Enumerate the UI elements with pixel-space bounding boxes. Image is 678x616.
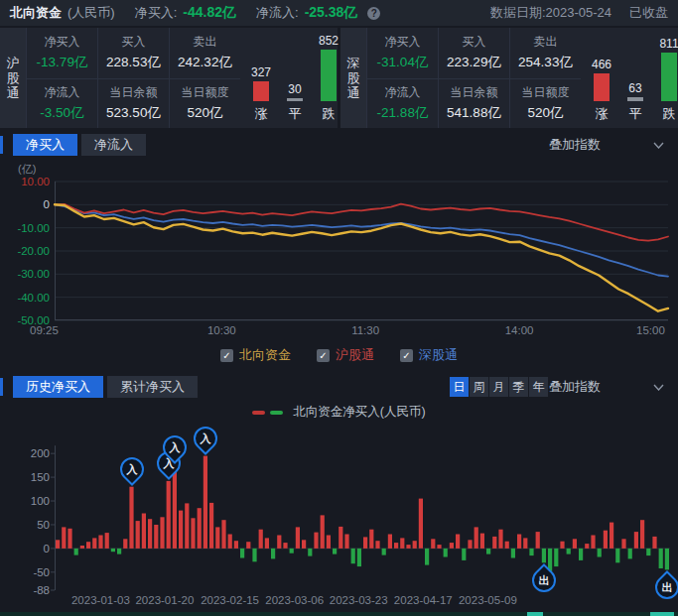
y-tick-label: 200 [4, 447, 50, 459]
y-tick-label: 10.00 [4, 176, 50, 187]
value-cell: 净买入-13.79亿 [26, 28, 97, 78]
bar-chart-legend[interactable]: 北向资金净买入(人民币) [0, 404, 678, 421]
y-tick-label: 50 [4, 519, 50, 531]
breadth-count: 63 [628, 81, 641, 95]
breadth-label: 平 [618, 105, 652, 123]
y-tick-label: -10.00 [4, 222, 50, 234]
value-label: 买入 [122, 34, 146, 51]
breadth-bar [253, 81, 269, 101]
checkbox-checked-icon[interactable]: ✓ [317, 349, 330, 362]
breadth-column-涨: 466涨 [585, 28, 618, 123]
value-number: -13.79亿 [37, 54, 88, 71]
value-number: 242.32亿 [178, 54, 232, 71]
checkbox-checked-icon[interactable]: ✓ [400, 349, 413, 362]
period-button-日[interactable]: 日 [450, 377, 469, 397]
legend-item-沪股通[interactable]: ✓沪股通 [317, 346, 374, 364]
value-cell: 净买入-31.04亿 [366, 28, 438, 78]
currency-note: (人民币) [68, 4, 115, 22]
breadth-column-跌: 852跌 [312, 28, 345, 123]
breadth-count: 852 [319, 34, 339, 48]
net-buy-label: 净买入: [135, 4, 178, 22]
x-tick-label: 15:00 [636, 324, 665, 336]
legend-label: 北向资金 [239, 346, 291, 364]
breadth-bar [594, 73, 610, 101]
value-number: -3.50亿 [40, 104, 83, 122]
value-label: 当日额度 [522, 84, 570, 101]
y-tick-label: -40.00 [4, 292, 50, 304]
breadth-bar [321, 50, 337, 101]
breadth-count: 30 [288, 82, 301, 96]
header: 北向资金 (人民币) 净买入: -44.82亿 净流入: -25.38亿 ? 数… [0, 0, 678, 26]
value-number: 520亿 [187, 104, 222, 122]
tab-净买入[interactable]: 净买入 [13, 134, 77, 156]
period-button-周[interactable]: 周 [470, 377, 488, 397]
legend-item-深股通[interactable]: ✓深股通 [400, 346, 458, 364]
data-date: 数据日期:2023-05-24 [490, 4, 611, 22]
chevron-down-icon [653, 384, 664, 391]
history-tab-row: 历史净买入累计净买入 日周月季年 叠加指数 [0, 374, 678, 400]
overlay-index-dropdown-2[interactable]: 叠加指数 [496, 376, 670, 398]
net-inflow-value: -25.38亿 [305, 4, 358, 22]
panel-values-grid: 净买入-13.79亿买入228.53亿卖出242.32亿净流入-3.50亿当日余… [26, 28, 240, 128]
breadth-column-平: 30平 [278, 28, 312, 123]
breadth-label: 跌 [312, 105, 345, 123]
value-number: 523.50亿 [106, 104, 161, 122]
breadth-count: 466 [592, 58, 611, 71]
question-mark-icon[interactable]: ? [367, 7, 380, 20]
value-cell: 净流入-21.88亿 [366, 78, 438, 129]
time-range-strip[interactable] [0, 612, 678, 616]
section-accent [0, 136, 3, 154]
value-label: 卖出 [194, 34, 217, 51]
value-number: 228.53亿 [106, 54, 161, 71]
northbound-funds-app: 北向资金 (人民币) 净买入: -44.82亿 净流入: -25.38亿 ? 数… [0, 0, 678, 616]
line-chart-legend: ✓北向资金✓沪股通✓深股通 [0, 346, 678, 364]
value-number: -21.88亿 [377, 104, 429, 122]
green-dash-icon [270, 411, 283, 415]
range-mark [650, 612, 674, 616]
value-cell: 净流入-3.50亿 [26, 78, 97, 129]
chevron-down-icon [653, 142, 664, 149]
y-tick-label: -50 [4, 566, 50, 578]
value-number: -31.04亿 [377, 54, 429, 71]
pin-glyph: 入 [196, 429, 215, 448]
pin-glyph: 出 [657, 577, 677, 597]
x-tick-label: 09:25 [30, 324, 59, 336]
tab-累计净买入[interactable]: 累计净买入 [107, 376, 198, 398]
line-chart-plot[interactable] [55, 182, 668, 320]
market-panel-沪股通: 沪股通净买入-13.79亿买入228.53亿卖出242.32亿净流入-3.50亿… [0, 28, 338, 128]
breadth-bar [627, 97, 643, 101]
value-label: 当日余额 [451, 84, 498, 101]
panel-values-grid: 净买入-31.04亿买入223.29亿卖出254.33亿净流入-21.88亿当日… [366, 28, 581, 128]
breadth-column-跌: 811跌 [652, 28, 678, 123]
history-tabs: 历史净买入累计净买入 [13, 376, 198, 398]
tab-历史净买入[interactable]: 历史净买入 [13, 376, 103, 398]
flow-tabs: 净买入净流入 [13, 134, 146, 156]
line-chart-unit: (亿) [18, 162, 36, 177]
pin-glyph: 出 [534, 570, 554, 590]
pin-glyph: 入 [165, 437, 185, 457]
tab-净流入[interactable]: 净流入 [81, 134, 146, 156]
value-label: 买入 [463, 34, 486, 51]
x-tick-label: 2023-04-17 [394, 594, 453, 606]
value-label: 当日余额 [110, 84, 158, 101]
breadth-count: 811 [659, 37, 678, 51]
section-accent [0, 378, 3, 396]
value-label: 净流入 [45, 84, 80, 101]
red-dash-icon [252, 411, 265, 415]
value-label: 当日额度 [182, 84, 229, 101]
checkbox-checked-icon[interactable]: ✓ [220, 349, 233, 362]
net-inflow-label: 净流入: [256, 4, 299, 22]
flow-tab-row: 净买入净流入 叠加指数 [0, 132, 678, 158]
legend-item-北向资金[interactable]: ✓北向资金 [220, 346, 291, 364]
x-tick-label: 14:00 [505, 324, 534, 336]
breadth-mini-chart: 327涨30平852跌 [240, 28, 338, 128]
legend-label: 沪股通 [336, 346, 374, 364]
x-tick-label: 2023-01-03 [71, 594, 130, 606]
y-tick-label: 0 [4, 543, 50, 554]
range-mark [527, 612, 543, 616]
bar-chart-plot[interactable]: 入入入入出出 [55, 446, 670, 590]
breadth-column-平: 63平 [618, 28, 652, 123]
value-cell: 当日额度520亿 [169, 78, 240, 129]
market-panels: 沪股通净买入-13.79亿买入228.53亿卖出242.32亿净流入-3.50亿… [0, 28, 678, 128]
overlay-index-dropdown[interactable]: 叠加指数 [496, 134, 670, 156]
